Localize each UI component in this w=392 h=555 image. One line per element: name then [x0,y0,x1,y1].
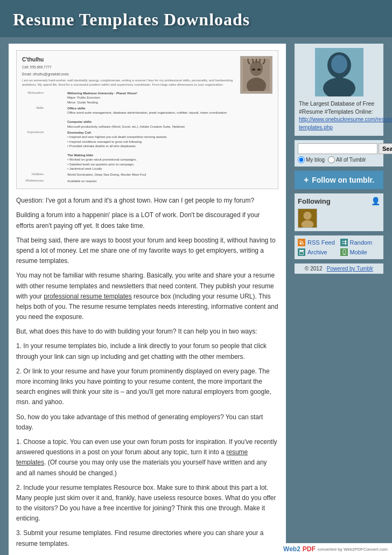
converted-text: converted by Web2PDFConvert.com [318,547,388,552]
svg-point-11 [303,212,311,220]
article-paragraph-1: Building a forum into a happenin' place … [16,210,278,231]
resume-section-education: #Education Withering Madness University … [22,91,236,105]
resume-photo [240,56,272,94]
following-section: Following 👤 [295,193,383,231]
links-section: RSS Feed Random Archive Mobile [295,235,383,259]
article-content: Question: I've got a forum and it's a gh… [16,196,278,555]
profile-text: The Largest Database of Free #Resume #Te… [299,100,374,115]
article-question: Question: I've got a forum and it's a gh… [16,196,278,206]
svg-point-1 [250,61,263,76]
profile-card: The Largest Database of Free #Resume #Te… [295,44,383,136]
archive-link[interactable]: Archive [298,248,338,256]
article-paragraph-9: 2. Include your resume templates Resourc… [16,483,278,524]
copyright-year: © 2012 [305,266,322,272]
resume-document: C'thulhu Cell: 555.666.7777 Email: cthul… [22,56,236,183]
person-icon: 👤 [371,197,380,205]
profile-description: The Largest Database of Free #Resume #Te… [299,100,379,131]
rss-icon [298,239,305,246]
article-paragraph-3: You may not be familiar with resume shar… [16,270,278,322]
article-paragraph-10: 3. Submit your resume templates. Find re… [16,528,278,549]
article-paragraph-5: 1. In your resume templates bio, include… [16,341,278,362]
resume-preview: C'thulhu Cell: 555.666.7777 Email: cthul… [16,50,278,189]
search-options: My blog All of Tumblr [298,156,380,163]
archive-icon [298,248,305,256]
rss-feed-label: RSS Feed [307,239,335,246]
resume-section-skills: Skills Office skills Office word-suite m… [22,106,236,129]
search-button[interactable]: Search [379,143,392,154]
svg-rect-15 [300,252,304,255]
svg-rect-14 [299,250,304,252]
random-link[interactable]: Random [340,239,381,246]
section-key: #Education [22,91,44,105]
professional-resume-link[interactable]: professional resume templates [44,293,131,300]
section-content: Doomsday Cult • Inspired and won highest… [67,130,167,171]
svg-point-9 [331,55,347,73]
resume-section-experience: Experience Doomsday Cult • Inspired and … [22,130,236,171]
web2-text: Web2 [283,545,300,553]
copyright-section: © 2012 Powered by Tumblr [295,263,383,274]
search-option-alltumblr[interactable]: All of Tumblr [328,156,366,163]
search-box: Search My blog All of Tumblr [295,140,383,166]
watermark-small: converted by Web2PDFConvert.com [318,547,388,552]
follow-button[interactable]: + Follow on tumblr. [295,171,383,189]
section-content: Office skills Office word-suite manageme… [67,106,227,129]
resume-templates-link[interactable]: resume templates [16,448,248,466]
follow-label: Follow on tumblr. [312,176,374,184]
section-key: #References [22,178,44,183]
resume-section-references: #References Available on request [22,178,236,183]
article-paragraph-6: 2. Or link to your resume and have your … [16,366,278,408]
watermark: Web2PDF converted by Web2PDFConvert.com [279,543,392,555]
svg-point-17 [344,254,344,254]
resume-phone: Cell: 555.666.7777 [22,65,236,70]
site-header: Resume Templates Downloads [0,0,392,37]
following-title: Following [298,197,331,205]
random-icon [340,239,348,246]
article-paragraph-4: But, what does this have to do with buil… [16,327,278,337]
profile-avatar [315,48,363,96]
sidebar: The Largest Database of Free #Resume #Te… [295,44,383,274]
search-row: Search [298,143,380,154]
mobile-icon [340,248,348,256]
mobile-link[interactable]: Mobile [340,248,381,256]
search-alltumblr-radio[interactable] [328,156,335,163]
search-option-myblog[interactable]: My blog [298,156,325,163]
following-avatars [298,209,380,228]
resume-section-hobbies: Hobbies World Domination, Deep Sea Divin… [22,172,236,177]
random-label: Random [350,239,373,246]
search-alltumblr-label: All of Tumblr [336,157,366,163]
powered-by-link[interactable]: Powered by Tumblr [327,266,373,272]
search-myblog-radio[interactable] [298,156,305,163]
following-header: Following 👤 [298,197,380,205]
profile-link[interactable]: http://www.onebuckresume.com/resume-temp… [299,116,392,130]
mobile-label: Mobile [350,249,367,255]
resume-email: Email: cthulhu@greatold.ones [22,72,236,77]
search-input[interactable] [298,143,377,154]
section-content: Available on request [67,179,96,183]
pdf-text: PDF [303,545,316,553]
section-content: Withering Madness University - Planet Vh… [67,91,137,105]
section-key: Hobbies [22,172,44,177]
section-key: Skills [22,106,44,129]
site-title: Resume Templates Downloads [13,10,379,30]
article-paragraph-2: That being said, there are ways to boost… [16,235,278,267]
main-container: C'thulhu Cell: 555.666.7777 Email: cthul… [0,37,392,555]
resume-name: C'thulhu [22,56,236,64]
svg-point-4 [257,68,261,71]
search-myblog-label: My blog [306,157,325,163]
article-paragraph-8: 1. Choose a topic. You can even use your… [16,437,278,478]
plus-icon: + [304,175,309,185]
section-key: Experience [22,130,44,171]
article-paragraph-7: So, how do you take advantage of this me… [16,412,278,433]
content-area: C'thulhu Cell: 555.666.7777 Email: cthul… [9,44,286,555]
svg-point-3 [252,68,255,71]
section-content: World Domination, Deep Sea Diving, Murde… [67,172,146,177]
archive-label: Archive [307,249,327,255]
rss-feed-link[interactable]: RSS Feed [298,239,338,246]
following-avatar[interactable] [298,209,317,228]
resume-bio: I am an extremely hard-worker, well deci… [22,79,236,87]
